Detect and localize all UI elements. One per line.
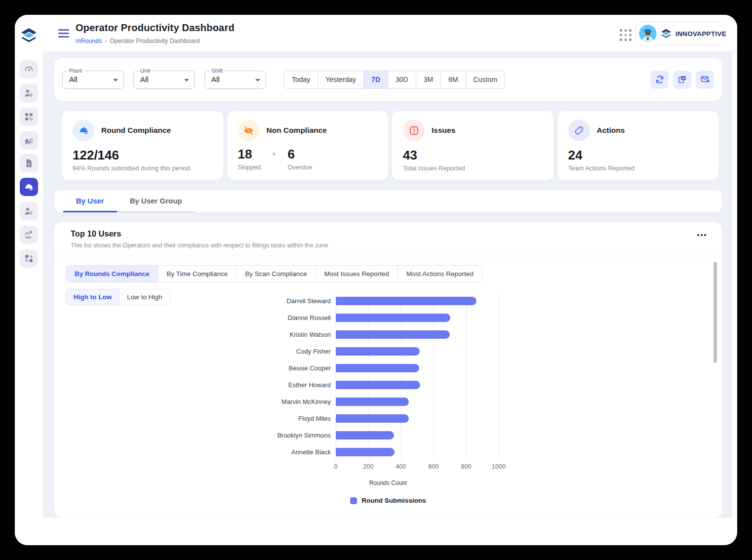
subtab-by-rounds-compliance[interactable]: By Rounds Compliance (66, 266, 158, 282)
breadcrumb: mRounds › Operator Productivity Dashboar… (76, 38, 200, 44)
separator-dot (273, 153, 276, 156)
profile-card[interactable]: INNOVAPPTIVE (635, 22, 724, 45)
tag-icon (568, 120, 590, 141)
user-gear-icon (24, 206, 34, 216)
subtab-by-time-compliance[interactable]: By Time Compliance (158, 266, 237, 282)
time-range-custom[interactable]: Custom (466, 71, 505, 88)
shift-filter-value: All (211, 75, 220, 83)
chart-bar[interactable] (336, 448, 395, 456)
chart-row: Esther Howard (54, 376, 722, 393)
kpi-issues: Issues 43 Total Issues Reported (392, 111, 554, 180)
top-header: Operator Productivity Dashboard mRounds … (43, 15, 737, 52)
chart-row: Kristin Watson (54, 326, 722, 343)
sidebar-item-insights-360[interactable]: 360 (20, 226, 38, 244)
x-tick-label: 1000 (492, 463, 506, 470)
eye-off-icon (238, 120, 260, 141)
document-icon (24, 158, 34, 168)
sidebar-item-integrations[interactable] (20, 249, 38, 268)
toolbar-icons: PDF (650, 71, 714, 89)
plant-filter-select[interactable]: Plant All (62, 71, 124, 89)
time-range-30d[interactable]: 30D (388, 71, 416, 88)
sidebar-item-dashboard[interactable] (20, 60, 38, 79)
kpi-non-compliance: Non Compliance 18 Skipped 6 Overdue (227, 111, 389, 180)
time-range-7d[interactable]: 7D (363, 71, 388, 88)
time-range-3m[interactable]: 3M (416, 71, 440, 88)
chart-bar[interactable] (336, 431, 394, 440)
tab-by-user-group[interactable]: By User Group (117, 190, 195, 212)
hardhat-check-icon (73, 120, 94, 141)
hamburger-menu-icon[interactable] (58, 29, 69, 38)
email-report-button[interactable] (696, 71, 714, 89)
chart-bar[interactable] (336, 364, 419, 372)
tab-by-user[interactable]: By User (63, 190, 117, 212)
time-range-6m[interactable]: 6M (440, 71, 465, 88)
subtab-most-actions-reported[interactable]: Most Actions Reported (397, 266, 482, 282)
chart-bar[interactable] (336, 314, 450, 322)
chart-bar[interactable] (336, 414, 409, 423)
forklift-icon (24, 135, 34, 146)
subtab-most-issues-reported[interactable]: Most Issues Reported (316, 266, 397, 282)
x-tick-label: 800 (461, 463, 472, 470)
sidebar-item-modules[interactable] (20, 108, 38, 126)
panel-title: Top 10 Users (71, 229, 121, 239)
chart-bar[interactable] (336, 330, 450, 339)
chart-row: Cody Fisher (54, 343, 722, 360)
chart-bar[interactable] (336, 347, 420, 356)
kpi-subtitle: Total Issues Reported (403, 164, 543, 172)
chart-bar[interactable] (336, 381, 420, 389)
vertical-scrollbar[interactable] (713, 262, 717, 363)
shift-filter-label: Shift (209, 68, 225, 74)
innovapptive-brand-mark-icon (661, 29, 672, 39)
chart-category-label: Bessie Cooper (54, 364, 336, 372)
shift-filter-select[interactable]: Shift All (204, 71, 266, 89)
kpi-value: 43 (403, 148, 543, 163)
content-area: Plant All Unit All Shift All TodayYester… (43, 52, 732, 518)
user-gear-icon (24, 88, 34, 98)
panel-subtitle: This list shows the Operators and their … (71, 242, 328, 249)
time-range-group: TodayYesterday7D30D3M6MCustom (284, 71, 505, 89)
sidebar-item-documents[interactable] (20, 154, 38, 172)
svg-text:360: 360 (25, 236, 31, 240)
breadcrumb-mrounds-link[interactable]: mRounds (76, 38, 102, 44)
chart-bar[interactable] (336, 297, 476, 305)
chart-row: Floyd Miles (54, 410, 722, 427)
kpi-value: 122/146 (73, 148, 212, 163)
chart-row: Marvin McKinney (54, 393, 722, 410)
kpi-overdue-value: 6 (287, 147, 312, 162)
more-options-icon[interactable] (695, 232, 708, 238)
chart-category-label: Kristin Watson (54, 331, 336, 338)
chart-row: Annette Black (54, 443, 722, 460)
chart-category-label: Marvin McKinney (54, 398, 336, 405)
chart-category-label: Annette Black (54, 448, 336, 456)
unit-filter-value: All (140, 75, 149, 83)
x-tick-label: 600 (429, 463, 439, 470)
top-10-users-panel: Top 10 Users This list shows the Operato… (54, 222, 722, 518)
innovapptive-logo-icon (20, 28, 38, 43)
refresh-button[interactable] (650, 71, 669, 89)
time-range-yesterday[interactable]: Yesterday (317, 71, 363, 88)
sidebar-item-operators[interactable] (20, 84, 38, 102)
kpi-title: Actions (597, 126, 625, 135)
sidebar-item-user-admin[interactable] (20, 202, 38, 220)
kpi-title: Round Compliance (101, 126, 171, 135)
plant-filter-label: Plant (67, 68, 84, 74)
kpi-actions: Actions 24 Team Actions Reported (557, 111, 719, 180)
apps-grid-icon[interactable] (620, 29, 636, 45)
unit-filter-select[interactable]: Unit All (133, 71, 195, 89)
subtab-by-scan-compliance[interactable]: By Scan Compliance (236, 266, 315, 282)
chart-x-axis-label: Rounds Count (54, 480, 722, 486)
kpi-subtitle: Team Actions Reported (568, 164, 708, 172)
x-tick-label: 400 (396, 463, 406, 470)
sidebar-item-logistics[interactable] (20, 131, 38, 150)
kpi-title: Non Compliance (267, 126, 327, 135)
chevron-down-icon (113, 79, 118, 81)
sidebar-item-rounds[interactable] (20, 178, 38, 196)
kpi-title: Issues (432, 126, 455, 135)
x-tick-label: 200 (363, 463, 374, 470)
export-pdf-button[interactable]: PDF (673, 71, 691, 89)
chart-row: Brooklyn Simmons (54, 427, 722, 443)
alert-icon (403, 120, 425, 141)
chart-category-label: Cody Fisher (54, 348, 336, 355)
chart-bar[interactable] (336, 398, 409, 406)
time-range-today[interactable]: Today (284, 71, 317, 88)
